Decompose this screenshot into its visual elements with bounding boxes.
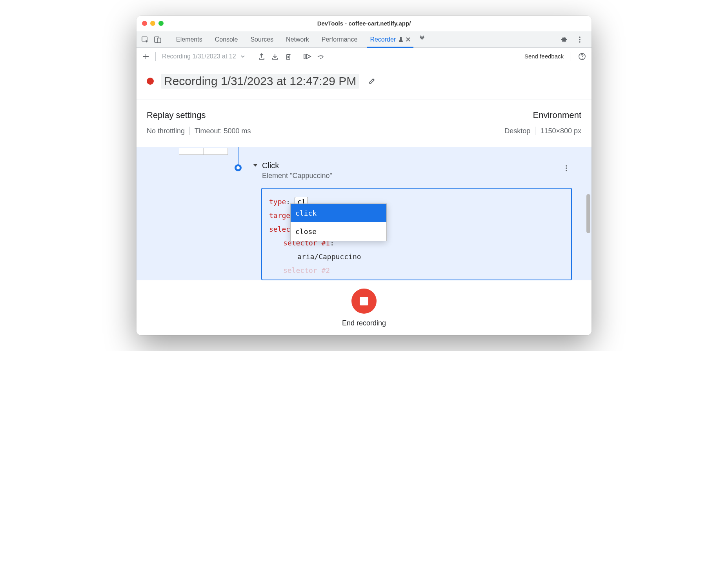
edit-title-icon[interactable]: [366, 76, 377, 87]
step-over-icon[interactable]: [315, 51, 326, 62]
replay-settings-title: Replay settings: [147, 110, 251, 120]
recording-dropdown[interactable]: Recording 1/31/2023 at 12: [160, 53, 248, 60]
svg-point-9: [582, 58, 582, 59]
svg-point-12: [566, 170, 567, 171]
selector1-value: aria/Cappuccino: [297, 252, 361, 261]
inspect-element-icon[interactable]: [140, 34, 151, 45]
stop-icon: [360, 297, 368, 305]
step-title: Click: [262, 161, 332, 170]
window-title: DevTools - coffee-cart.netlify.app/: [136, 20, 592, 27]
code-type-key: type: [269, 198, 286, 206]
svg-rect-6: [304, 54, 305, 59]
svg-point-7: [320, 58, 321, 59]
device-toolbar-icon[interactable]: [152, 34, 163, 45]
svg-point-5: [579, 41, 581, 43]
more-tabs-icon[interactable]: [417, 31, 428, 42]
svg-rect-2: [157, 38, 161, 43]
autocomplete-popup: click close: [290, 203, 387, 241]
tab-elements[interactable]: Elements: [170, 31, 209, 47]
timeout-value[interactable]: Timeout: 5000 ms: [195, 127, 251, 135]
flask-icon: [398, 37, 404, 42]
svg-point-10: [566, 165, 567, 167]
collapse-icon[interactable]: [253, 163, 258, 168]
tab-recorder[interactable]: Recorder: [364, 31, 417, 47]
kebab-menu-icon[interactable]: [574, 34, 585, 45]
close-tab-icon[interactable]: [406, 37, 410, 42]
replay-icon[interactable]: [302, 51, 313, 62]
help-icon[interactable]: [577, 51, 588, 62]
recording-indicator-icon: [147, 78, 154, 85]
tab-sources[interactable]: Sources: [244, 31, 280, 47]
autocomplete-item-click[interactable]: click: [291, 204, 386, 222]
timeline-dot: [235, 164, 242, 171]
send-feedback-link[interactable]: Send feedback: [524, 53, 564, 60]
traffic-lights: [136, 21, 164, 26]
scrollbar-thumb[interactable]: [586, 194, 590, 233]
step-subtitle: Element "Cappuccino": [262, 172, 332, 180]
delete-icon[interactable]: [283, 51, 294, 62]
titlebar: DevTools - coffee-cart.netlify.app/: [136, 16, 592, 31]
end-recording-label: End recording: [342, 319, 386, 327]
selector2-label: selector #2: [269, 263, 564, 277]
svg-point-11: [566, 167, 567, 169]
recording-title[interactable]: Recording 1/31/2023 at 12:47:29 PM: [161, 74, 359, 89]
replay-settings: Replay settings No throttling Timeout: 5…: [147, 110, 251, 135]
chevron-down-icon: [240, 54, 246, 59]
devtools-window: DevTools - coffee-cart.netlify.app/ Elem…: [136, 16, 592, 335]
fullscreen-window-button[interactable]: [158, 21, 164, 26]
recorder-toolbar: Recording 1/31/2023 at 12 Send feedback: [136, 48, 592, 65]
step-header[interactable]: Click Element "Cappuccino": [253, 161, 568, 180]
recording-header: Recording 1/31/2023 at 12:47:29 PM: [136, 65, 592, 100]
scrollbar[interactable]: [585, 147, 592, 280]
step-kebab-icon[interactable]: [561, 163, 572, 174]
timeline-line: [238, 147, 238, 167]
tab-network[interactable]: Network: [280, 31, 315, 47]
tab-console[interactable]: Console: [209, 31, 244, 47]
recording-dropdown-label: Recording 1/31/2023 at 12: [162, 53, 236, 60]
export-icon[interactable]: [256, 51, 267, 62]
device-value[interactable]: Desktop: [504, 127, 530, 135]
throttling-value[interactable]: No throttling: [147, 127, 185, 135]
footer: End recording: [136, 280, 592, 335]
autocomplete-item-close[interactable]: close: [291, 222, 386, 241]
step-thumbnail: [179, 148, 228, 155]
minimize-window-button[interactable]: [150, 21, 155, 26]
settings-row: Replay settings No throttling Timeout: 5…: [136, 100, 592, 139]
tab-recorder-label: Recorder: [370, 36, 396, 43]
tab-performance[interactable]: Performance: [315, 31, 364, 47]
viewport-value[interactable]: 1150×800 px: [540, 127, 581, 135]
svg-point-4: [579, 39, 581, 40]
add-recording-icon[interactable]: [140, 51, 151, 62]
end-recording-button[interactable]: [351, 289, 377, 314]
environment-settings: Environment Desktop 1150×800 px: [504, 110, 581, 135]
close-window-button[interactable]: [142, 21, 147, 26]
svg-point-3: [579, 36, 581, 38]
devtools-tabbar: Elements Console Sources Network Perform…: [136, 31, 592, 48]
environment-title: Environment: [533, 110, 581, 120]
steps-area: Click Element "Cappuccino" type: target …: [136, 147, 592, 280]
step-code-editor[interactable]: type: target selectors selector #1: aria…: [261, 188, 572, 280]
tabs-list: Elements Console Sources Network Perform…: [170, 31, 428, 47]
import-icon[interactable]: [269, 51, 280, 62]
settings-icon[interactable]: [559, 34, 570, 45]
